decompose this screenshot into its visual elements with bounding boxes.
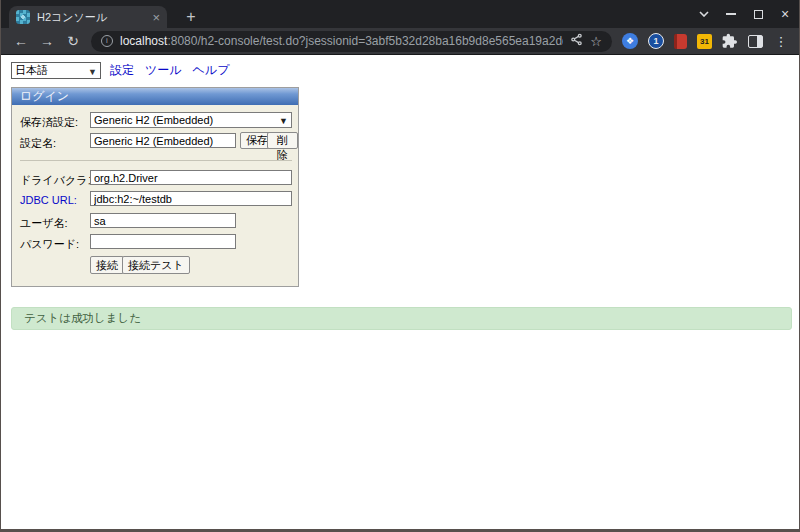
browser-window: H2コンソール × + × ← → ↻ i localhost:8080/h2-…: [0, 0, 800, 532]
browser-tab[interactable]: H2コンソール ×: [9, 6, 167, 28]
close-button[interactable]: ×: [779, 8, 791, 20]
login-panel-title: ログイン: [12, 88, 298, 105]
browser-menu-icon[interactable]: ⋮: [773, 34, 789, 49]
back-icon[interactable]: ←: [9, 33, 33, 49]
browser-toolbar: ← → ↻ i localhost:8080/h2-console/test.d…: [1, 28, 799, 55]
chevron-down-icon: ▼: [279, 114, 288, 128]
site-info-icon[interactable]: i: [101, 35, 113, 47]
minimize-button[interactable]: [725, 8, 737, 20]
onepassword-extension-icon[interactable]: 1: [648, 33, 664, 49]
new-tab-button[interactable]: +: [179, 5, 203, 29]
blue-extension-icon[interactable]: ❖: [622, 33, 638, 49]
dictionary-extension-icon[interactable]: [674, 34, 687, 49]
test-success-message: テストは成功しました: [11, 307, 792, 330]
extensions-puzzle-icon[interactable]: [722, 33, 738, 49]
bookmark-star-icon[interactable]: ☆: [590, 34, 602, 49]
divider: [20, 160, 292, 161]
password-input[interactable]: [90, 234, 236, 249]
url-text: localhost:8080/h2-console/test.do?jsessi…: [120, 34, 563, 48]
setting-name-label: 設定名:: [20, 136, 56, 151]
language-select[interactable]: 日本語 ▼: [11, 62, 101, 79]
driver-class-input[interactable]: [90, 170, 292, 185]
maximize-button[interactable]: [752, 8, 764, 20]
reload-icon[interactable]: ↻: [61, 33, 85, 49]
language-select-value: 日本語: [15, 64, 48, 76]
calendar-extension-icon[interactable]: 31: [697, 34, 712, 49]
tab-strip: H2コンソール × + ×: [1, 0, 799, 28]
h2-favicon-icon: [16, 10, 30, 24]
settings-link[interactable]: 設定: [110, 62, 134, 79]
tools-link[interactable]: ツール: [145, 62, 182, 79]
tab-close-icon[interactable]: ×: [152, 11, 160, 24]
password-label: パスワード:: [20, 237, 79, 252]
chevron-down-icon: ▼: [88, 65, 97, 80]
share-icon[interactable]: [570, 33, 583, 49]
console-topbar: 日本語 ▼ 設定 ツール ヘルプ: [11, 62, 229, 79]
username-label: ユーザ名:: [20, 216, 68, 231]
login-panel: ログイン 保存済設定: Generic H2 (Embedded) ▼ 設定名:…: [11, 87, 299, 287]
h2-console-page: 日本語 ▼ 設定 ツール ヘルプ ログイン 保存済設定: Generic H2 …: [1, 55, 799, 528]
username-input[interactable]: [90, 213, 236, 228]
connect-button[interactable]: 接続: [90, 256, 124, 274]
jdbc-url-label[interactable]: JDBC URL:: [20, 194, 77, 206]
jdbc-url-input[interactable]: [90, 191, 292, 206]
test-connection-button[interactable]: 接続テスト: [122, 256, 190, 274]
saved-settings-select[interactable]: Generic H2 (Embedded) ▼: [90, 112, 292, 128]
tab-search-chevron-icon[interactable]: [698, 8, 710, 20]
delete-button[interactable]: 削除: [267, 132, 298, 149]
forward-icon[interactable]: →: [35, 33, 59, 49]
saved-settings-label: 保存済設定:: [20, 115, 78, 130]
console-nav-links: 設定 ツール ヘルプ: [110, 62, 229, 79]
window-controls: ×: [698, 0, 791, 28]
saved-settings-value: Generic H2 (Embedded): [94, 114, 213, 126]
address-bar[interactable]: i localhost:8080/h2-console/test.do?jses…: [91, 31, 612, 52]
setting-name-input[interactable]: [90, 133, 236, 148]
side-panel-icon[interactable]: [748, 35, 763, 48]
extensions-row: ❖ 1 31 ⋮: [620, 33, 791, 49]
help-link[interactable]: ヘルプ: [193, 62, 230, 79]
tab-title: H2コンソール: [37, 10, 145, 25]
